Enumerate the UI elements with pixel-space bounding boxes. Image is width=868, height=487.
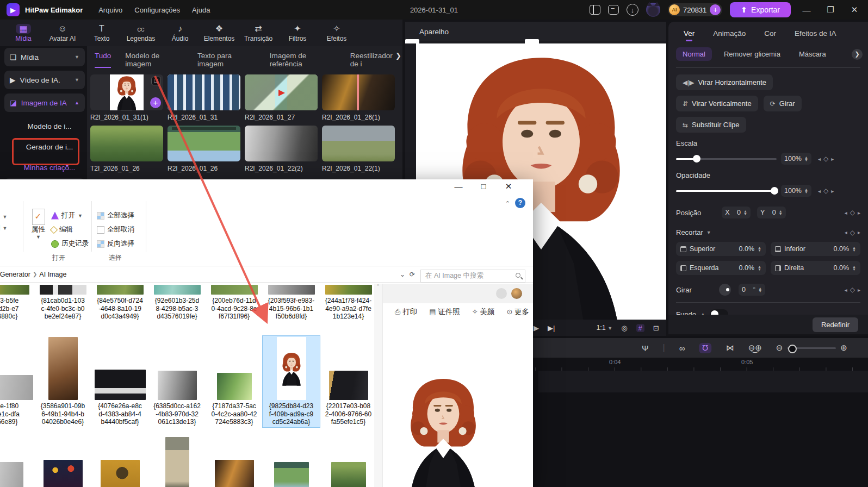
- fullscreen-icon[interactable]: ⊡: [653, 324, 659, 332]
- rotate-keyframe-controls[interactable]: ◂◇▸: [845, 286, 860, 294]
- media-item[interactable]: ❏+ R2I_2026_01_31(1): [90, 74, 163, 121]
- toolbar-item[interactable]: ❖ Elementos: [201, 24, 237, 42]
- help-icon[interactable]: ?: [515, 198, 525, 208]
- crop-right-field[interactable]: Direita 0.0% ▲▼: [771, 261, 860, 275]
- opacity-keyframe-controls[interactable]: ◂◇▸: [818, 187, 834, 195]
- menu-arquivo[interactable]: Arquivo: [98, 6, 122, 14]
- media-item[interactable]: R2I_2026_01_31: [168, 74, 240, 121]
- explorer-titlebar[interactable]: — □ ✕: [0, 179, 533, 197]
- toolbar-item[interactable]: ♪ Áudio: [162, 24, 198, 42]
- file-thumbnail[interactable]: [95, 370, 146, 400]
- rotate-value-field[interactable]: 0 ° ▲▼: [739, 284, 765, 296]
- split-icon[interactable]: ⋈: [726, 343, 734, 353]
- tab-animacao[interactable]: Animação: [713, 29, 746, 38]
- position-x-field[interactable]: X 0 ▲▼: [722, 207, 751, 218]
- step-forward-icon[interactable]: ▶|: [548, 324, 555, 332]
- link-icon[interactable]: ∞: [679, 344, 685, 353]
- file-item[interactable]: {ab75809f-3a31 -4aff-a1f1-33cd 4-7-d078}: [91, 459, 148, 487]
- opacity-slider[interactable]: [676, 190, 777, 192]
- file-thumbnail[interactable]: [40, 285, 86, 295]
- file-thumbnail[interactable]: [44, 460, 83, 487]
- rotate-button[interactable]: ⟳ Girar: [764, 96, 802, 111]
- canvas-handle[interactable]: [405, 39, 419, 43]
- close-button[interactable]: ✕: [846, 5, 863, 15]
- sidebar-item-imagem-ia[interactable]: ◪ Imagem de IA▲: [4, 93, 85, 112]
- tab-cor[interactable]: Cor: [764, 29, 776, 38]
- media-thumbnail[interactable]: [168, 74, 240, 110]
- file-item[interactable]: {81cab0d1-103 c-4fe0-bc3c-b0 be2ef24e87}: [34, 284, 91, 322]
- scale-stepper[interactable]: ▲▼: [804, 156, 808, 161]
- rotate-dial[interactable]: [719, 284, 731, 296]
- file-thumbnail[interactable]: [215, 460, 254, 487]
- select-all-button[interactable]: 全部选择: [97, 211, 134, 220]
- explorer-scrollbar[interactable]: ⌃: [374, 284, 382, 487]
- file-thumbnail[interactable]: [101, 460, 140, 487]
- file-item[interactable]: {22017e03-b08 2-4006-9766-60 fa55efe1c5}: [320, 370, 377, 427]
- media-item[interactable]: R2I_2026_01_27: [245, 74, 318, 121]
- file-thumbnail[interactable]: [158, 371, 197, 400]
- file-item[interactable]: e2e-1f80 -8e1c-dfa 066e89}: [0, 374, 34, 427]
- file-item[interactable]: {a6dc3f62-d546 -4d1b-8682-f30 27-5-4078}: [34, 459, 91, 487]
- timeline-zoom-slider[interactable]: [787, 347, 836, 349]
- download-icon[interactable]: ↓: [627, 4, 638, 16]
- file-item[interactable]: 0955-a7d -a827-76 87245}: [0, 461, 34, 487]
- file-thumbnail[interactable]: [268, 285, 315, 295]
- magnet-icon[interactable]: Ω: [699, 343, 711, 353]
- minimize-button[interactable]: —: [798, 5, 815, 15]
- file-item[interactable]: {84e5750f-d724 -4648-8a10-19 d0c43a4949}: [91, 284, 148, 322]
- file-thumbnail[interactable]: [325, 285, 372, 295]
- feedback-icon[interactable]: [608, 5, 619, 15]
- file-item[interactable]: {203f593f-e983- 4b15-96b6-1b1 f50b6d8fd}: [263, 284, 320, 322]
- file-item[interactable]: {bddce101-942 a-41cd-bf88-b5 363084-5-1}: [320, 461, 377, 487]
- file-thumbnail[interactable]: [329, 371, 368, 400]
- file-thumbnail[interactable]: [0, 462, 23, 487]
- tab-reestilizador[interactable]: Reestilizador de i: [350, 52, 402, 68]
- edit-button[interactable]: 编辑: [51, 225, 73, 234]
- open-folder-icon[interactable]: ❏: [151, 77, 161, 85]
- play-icon[interactable]: ▶: [534, 324, 539, 332]
- layout-icon[interactable]: [590, 5, 600, 15]
- breadcrumb-ai-generator[interactable]: AI Generator: [0, 271, 30, 278]
- tab-texto-imagem[interactable]: Texto para imagem: [197, 52, 256, 68]
- zoom-in-icon[interactable]: ⊕: [840, 343, 847, 353]
- tab-tudo[interactable]: Tudo: [95, 52, 111, 68]
- file-item[interactable]: {92e601b3-25d 8-4298-b5ac-3 d43576019fe}: [148, 284, 206, 322]
- flip-vertical-button[interactable]: ⇵ Virar Verticalmente: [676, 96, 758, 111]
- explorer-minimize-button[interactable]: —: [449, 182, 468, 191]
- beautify-button[interactable]: ✧ 美颜: [472, 307, 495, 317]
- file-thumbnail[interactable]: [217, 373, 252, 400]
- crop-left-field[interactable]: Esquerda 0.0% ▲▼: [676, 261, 766, 275]
- tab-ver[interactable]: Ver: [684, 29, 695, 38]
- zoom-out-icon[interactable]: ⊖: [776, 343, 783, 353]
- file-thumbnail[interactable]: [0, 285, 29, 295]
- media-item[interactable]: T2I_2026_01_26: [90, 126, 163, 172]
- media-item[interactable]: R2I_2026_01_22(1): [322, 126, 395, 172]
- timeline-track[interactable]: [538, 371, 868, 392]
- open-menu-button[interactable]: 打开▼: [51, 211, 83, 220]
- media-thumbnail[interactable]: [90, 126, 163, 161]
- ribbon-cut-items[interactable]: 项目 ▼ 访问 ▼: [0, 211, 7, 234]
- toolbar-item[interactable]: ✧ Efeitos: [319, 24, 355, 42]
- properties-ribbon-button[interactable]: 属性 ▼: [32, 209, 45, 240]
- crop-top-field[interactable]: Superior 0.0% ▲▼: [676, 242, 766, 256]
- sidebar-item-video-ia[interactable]: ▶ Vídeo de IA.▼: [4, 71, 85, 89]
- position-y-field[interactable]: Y 0 ▲▼: [757, 207, 786, 218]
- toolbar-item[interactable]: ▦ Mídia: [5, 24, 41, 42]
- scale-slider[interactable]: [676, 158, 777, 160]
- sidebar-item-modelo[interactable]: Modelo de i...: [4, 116, 85, 137]
- media-thumbnail[interactable]: [245, 126, 318, 161]
- sidebar-item-midia[interactable]: ❏ Mídia▼: [4, 48, 85, 66]
- toolbar-item[interactable]: ㏄ Legendas: [123, 24, 159, 42]
- toolbar-item[interactable]: ✦ Filtros: [280, 24, 315, 42]
- tab-imagem-referencia[interactable]: Imagem de referência: [270, 52, 336, 68]
- media-item[interactable]: R2I_2026_01_26: [168, 126, 240, 172]
- media-thumbnail[interactable]: ❏+: [90, 74, 163, 110]
- file-thumbnail[interactable]: [154, 285, 201, 295]
- file-item[interactable]: {b0bf24e8-7a09 -4ea3-84a4-78 d9-b-ff70}: [263, 461, 320, 487]
- position-keyframe-controls[interactable]: ◂◇▸: [845, 209, 860, 216]
- crop-dropdown-icon[interactable]: ▼: [706, 230, 711, 235]
- tab-modelo-imagem[interactable]: Modelo de imagem: [125, 52, 183, 68]
- microphone-icon[interactable]: Ψ: [642, 344, 649, 353]
- ribbon-collapse-icon[interactable]: ⌃: [505, 200, 510, 207]
- file-item[interactable]: {244a1f78-f424- 4e90-a9a2-d7fe 1b123e14}: [320, 284, 377, 322]
